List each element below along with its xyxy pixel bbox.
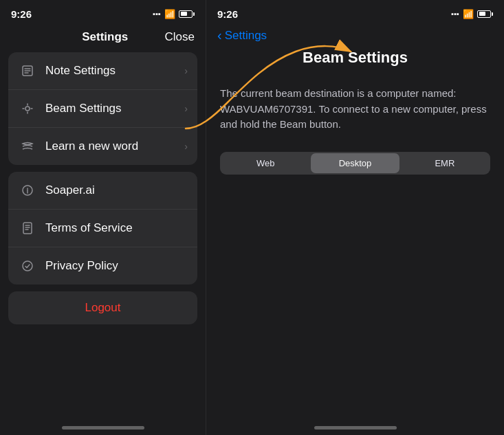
battery-icon	[179, 10, 195, 18]
home-indicator-right	[314, 426, 397, 430]
terms-of-service-item[interactable]: Terms of Service	[8, 210, 197, 247]
note-settings-icon	[18, 61, 37, 80]
wifi-icon: 📶	[164, 9, 175, 19]
learn-new-word-label: Learn a new word	[45, 140, 184, 153]
left-time: 9:26	[11, 8, 32, 20]
note-settings-chevron: ›	[184, 65, 188, 76]
left-status-icons: ▪▪▪ 📶	[153, 9, 195, 19]
segment-desktop[interactable]: Desktop	[311, 153, 399, 173]
right-panel: 9:26 ▪▪▪ 📶 ‹ Settings Beam Settings The …	[206, 0, 504, 435]
beam-description: The current beam destination is a comput…	[220, 80, 490, 152]
privacy-policy-label: Privacy Policy	[45, 259, 188, 273]
status-bar-right: 9:26 ▪▪▪ 📶	[206, 0, 504, 25]
privacy-policy-item[interactable]: Privacy Policy	[8, 247, 197, 285]
learn-new-word-icon	[18, 137, 37, 156]
back-label: Settings	[225, 29, 267, 43]
note-settings-item[interactable]: Note Settings ›	[8, 52, 197, 90]
segment-control: Web Desktop EMR	[220, 152, 490, 175]
segment-web[interactable]: Web	[221, 153, 309, 173]
svg-point-1	[25, 107, 30, 111]
right-status-icons: ▪▪▪ 📶	[451, 9, 493, 19]
cellular-icon: ▪▪▪	[153, 10, 161, 18]
svg-rect-3	[23, 223, 32, 234]
back-button[interactable]: ‹ Settings	[217, 27, 267, 43]
segment-emr[interactable]: EMR	[401, 153, 489, 173]
left-panel: 9:26 ▪▪▪ 📶 Settings Close Note Se	[0, 0, 206, 435]
beam-settings-icon	[18, 99, 37, 118]
beam-settings-label: Beam Settings	[45, 102, 184, 115]
svg-point-4	[23, 261, 32, 271]
back-chevron-icon: ‹	[217, 27, 222, 43]
note-settings-label: Note Settings	[45, 64, 184, 78]
beam-settings-item[interactable]: Beam Settings ›	[8, 90, 197, 128]
soaper-ai-label: Soaper.ai	[45, 183, 188, 197]
close-button[interactable]: Close	[165, 30, 195, 44]
beam-settings-chevron: ›	[184, 103, 188, 114]
right-cellular-icon: ▪▪▪	[451, 10, 459, 18]
learn-new-word-chevron: ›	[184, 141, 188, 152]
logout-button[interactable]: Logout	[8, 291, 197, 324]
right-wifi-icon: 📶	[463, 9, 474, 19]
back-nav: ‹ Settings	[206, 25, 504, 43]
left-header: Settings Close	[0, 25, 206, 52]
privacy-policy-icon	[18, 256, 37, 276]
learn-new-word-item[interactable]: Learn a new word ›	[8, 128, 197, 165]
beam-settings-title: Beam Settings	[220, 43, 490, 80]
right-time: 9:26	[217, 8, 238, 20]
terms-of-service-icon	[18, 219, 37, 238]
home-indicator-left	[62, 426, 144, 430]
soaper-ai-item[interactable]: Soaper.ai	[8, 172, 197, 210]
menu-group-2: Soaper.ai Terms of Service Privacy Polic…	[8, 172, 197, 285]
right-content: Beam Settings The current beam destinati…	[206, 43, 504, 435]
terms-of-service-label: Terms of Service	[45, 221, 188, 235]
settings-title: Settings	[45, 30, 165, 44]
menu-group-1: Note Settings › Beam Settings › Learn	[8, 52, 197, 165]
soaper-ai-icon	[18, 181, 37, 200]
right-battery-icon	[477, 10, 493, 18]
status-bar-left: 9:26 ▪▪▪ 📶	[0, 0, 206, 25]
